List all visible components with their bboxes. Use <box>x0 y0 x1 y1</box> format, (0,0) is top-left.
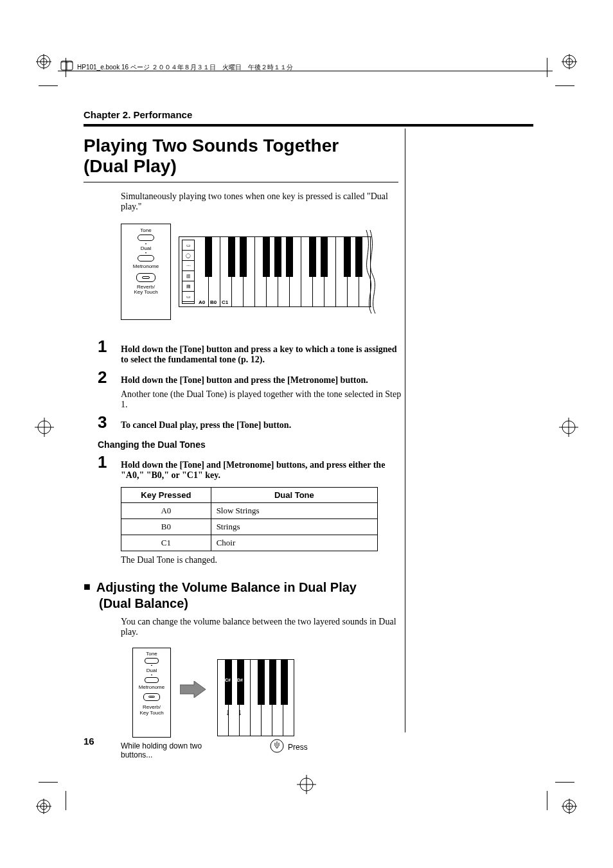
crop-line <box>555 85 574 86</box>
key-label-c1: C1 <box>222 299 228 305</box>
cross-mark-icon <box>559 418 578 437</box>
subheading-changing-tones: Changing the Dual Tones <box>98 439 533 450</box>
arrow-down-icon: ↓ <box>238 707 242 718</box>
change-step-1: 1 Hold down the [Tone] and [Metronome] b… <box>84 454 405 481</box>
reg-mark-icon <box>562 799 577 814</box>
table-cell: Strings <box>211 519 377 535</box>
page-number: 16 <box>84 736 94 747</box>
svg-marker-27 <box>180 681 206 698</box>
figure-panel-keyboard: Tone Dual Metronome Reverb/ Key Touch ▭◯… <box>121 224 378 326</box>
page-content: Chapter 2. Performance Playing Two Sound… <box>84 109 533 776</box>
panel-label-reverb: Reverb/ Key Touch <box>133 704 170 716</box>
crop-line <box>66 791 66 810</box>
keyboard-break-icon <box>365 230 378 314</box>
table-row: A0 Slow Strings <box>121 503 378 519</box>
table-row: C1 Choir <box>121 535 378 551</box>
key-label-a0: A0 <box>199 299 205 305</box>
step-number: 2 <box>84 369 121 385</box>
panel-button-icon <box>143 693 160 701</box>
panel-button-icon <box>136 273 155 282</box>
keyboard-diagram: ▭◯⋯▥▤▭ A0 B0 C1 <box>179 236 371 307</box>
step-text: Hold down the [Tone] and [Metronome] but… <box>121 460 385 480</box>
panel-label-tone: Tone <box>133 651 170 657</box>
h2-line-2: (Dual Balance) <box>99 596 188 610</box>
table-header-key: Key Pressed <box>121 488 211 503</box>
key-label-csharp: C# <box>225 678 231 682</box>
table-cell: Choir <box>211 535 377 551</box>
panel-button-icon <box>138 255 154 261</box>
step-3: 3 To cancel Dual play, press the [Tone] … <box>84 414 405 430</box>
table-cell: A0 <box>121 503 211 519</box>
panel-label-reverb: Reverb/ Key Touch <box>121 285 170 295</box>
reg-mark-icon <box>36 54 51 69</box>
step-number: 3 <box>84 414 121 430</box>
chapter-heading: Chapter 2. Performance <box>84 109 533 120</box>
intro-text: Simultaneously playing two tones when on… <box>121 191 404 212</box>
table-cell: Slow Strings <box>211 503 377 519</box>
panel-label-tone: Tone <box>121 228 170 233</box>
keyboard-diagram-small: C# D# ↓ ↓ <box>217 659 294 736</box>
step-text: Hold down the [Tone] button and press th… <box>121 375 405 385</box>
header-rule <box>58 71 553 71</box>
title-line-1: Playing Two Sounds Together <box>84 136 339 155</box>
crop-line <box>547 791 547 810</box>
crop-line <box>555 782 574 783</box>
dual-tone-table: Key Pressed Dual Tone A0 Slow Strings B0… <box>121 487 378 551</box>
step-subtext: Another tone (the Dual Tone) is played t… <box>121 389 405 410</box>
figure-dual-balance: Tone Dual Metronome Reverb/ Key Touch C#… <box>121 648 326 776</box>
table-row: B0 Strings <box>121 519 378 535</box>
reg-mark-icon <box>36 799 51 814</box>
subsection-body: You can change the volume balance betwee… <box>121 617 404 637</box>
reg-mark-icon <box>562 54 577 69</box>
section-title: Playing Two Sounds Together (Dual Play) <box>84 136 533 177</box>
key-label-dsharp: D# <box>237 678 243 682</box>
step-number: 1 <box>84 338 121 355</box>
control-panel-diagram: Tone Dual Metronome Reverb/ Key Touch <box>132 648 171 738</box>
step-2: 2 Hold down the [Tone] button and press … <box>84 369 405 410</box>
figure-caption-hold: While holding down two buttons... <box>121 741 204 759</box>
after-table-text: The Dual Tone is changed. <box>121 555 533 565</box>
panel-label-metronome: Metronome <box>121 264 170 269</box>
panel-button-icon <box>138 235 154 241</box>
crop-line <box>547 58 547 77</box>
crop-line <box>39 782 58 783</box>
figure-caption-press: Press <box>288 743 308 752</box>
panel-button-icon <box>145 677 159 683</box>
cross-mark-icon <box>297 775 316 794</box>
panel-label-metronome: Metronome <box>133 684 170 690</box>
cross-mark-icon <box>35 418 54 437</box>
table-cell: C1 <box>121 535 211 551</box>
panel-label-dual: Dual <box>121 246 170 251</box>
keyboard-side-strip: ▭◯⋯▥▤▭ <box>182 240 195 304</box>
step-text: To cancel Dual play, press the [Tone] bu… <box>121 420 291 430</box>
subsection-heading: ■ Adjusting the Volume Balance in Dual P… <box>84 580 533 612</box>
arrow-down-icon: ↓ <box>226 707 230 718</box>
title-line-2: (Dual Play) <box>84 156 177 176</box>
h2-line-1: Adjusting the Volume Balance in Dual Pla… <box>96 580 357 594</box>
thin-rule <box>84 182 398 182</box>
step-text: Hold down the [Tone] button and press a … <box>121 344 396 364</box>
table-header-tone: Dual Tone <box>211 488 377 503</box>
panel-label-dual: Dual <box>133 668 170 673</box>
book-icon <box>60 59 73 72</box>
step-1: 1 Hold down the [Tone] button and press … <box>84 338 405 365</box>
bullet-square-icon: ■ <box>84 580 91 593</box>
crop-line <box>39 85 58 86</box>
step-number: 1 <box>84 454 121 470</box>
panel-button-icon <box>145 658 159 664</box>
heavy-rule <box>84 124 533 127</box>
key-label-b0: B0 <box>210 299 217 305</box>
hand-icon <box>270 739 284 753</box>
table-cell: B0 <box>121 519 211 535</box>
control-panel-diagram: Tone Dual Metronome Reverb/ Key Touch <box>121 224 171 320</box>
arrow-right-icon <box>180 681 206 698</box>
